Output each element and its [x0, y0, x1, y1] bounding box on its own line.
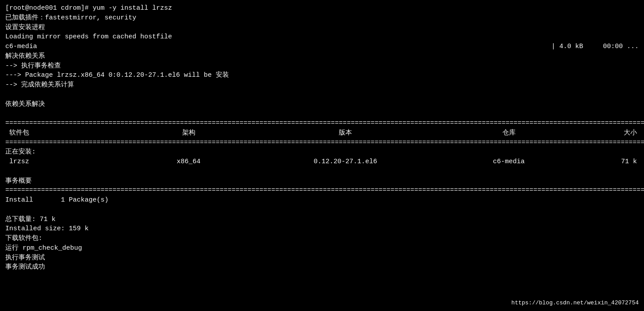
terminal: [root@node001 cdrom]# yum -y install lrz…: [0, 0, 644, 311]
plugins-line: 已加载插件：fastestmirror, security: [5, 13, 639, 23]
empty1: [5, 90, 639, 100]
test-trans: 执行事务测试: [5, 253, 639, 263]
col-size: 大小: [602, 128, 637, 138]
col-arch: 架构: [140, 128, 237, 138]
pkg-row: lrzsz x86_64 0.12.20-27.1.el6 c6-media 7…: [5, 157, 639, 167]
pkg-name: lrzsz: [5, 157, 102, 167]
summary-label: 事务概要: [5, 176, 639, 186]
pkg-arch: x86_64: [140, 157, 237, 167]
total-download: 总下载量: 71 k: [5, 215, 639, 225]
test-success: 事务测试成功: [5, 262, 639, 272]
empty4: [5, 205, 639, 215]
empty2: [5, 109, 639, 119]
installed-size: Installed size: 159 k: [5, 224, 639, 234]
loading-line: Loading mirror speeds from cached hostfi…: [5, 32, 639, 42]
col-package: 软件包: [5, 128, 102, 138]
col-repo: 仓库: [454, 128, 564, 138]
pkg-version: 0.12.20-27.1.el6: [275, 157, 416, 167]
c6media-label: c6-media: [5, 42, 37, 52]
empty3: [5, 167, 639, 176]
check-line: --> 执行事务检查: [5, 61, 639, 71]
depresolved-line: 依赖关系解决: [5, 100, 639, 109]
c6media-right: | 4.0 kB 00:00 ...: [551, 42, 639, 52]
resolve-line: 解决依赖关系: [5, 52, 639, 61]
watermark: https://blog.csdn.net/weixin_42072754: [511, 299, 639, 307]
table-header: 软件包 架构 版本 仓库 大小: [5, 128, 639, 138]
col-version: 版本: [275, 128, 416, 138]
installing-label: 正在安装:: [5, 147, 639, 157]
separator2: ========================================…: [5, 138, 639, 148]
separator3: ========================================…: [5, 186, 639, 195]
complete-line: --> 完成依赖关系计算: [5, 80, 639, 90]
pkg-size: 71 k: [602, 157, 637, 167]
c6media-line: c6-media | 4.0 kB 00:00 ...: [5, 42, 639, 52]
rpm-check: 运行 rpm_check_debug: [5, 244, 639, 253]
install-line: Install 1 Package(s): [5, 195, 639, 205]
command-line: [root@node001 cdrom]# yum -y install lrz…: [5, 4, 639, 13]
setup-line: 设置安装进程: [5, 23, 639, 33]
pkg-repo: c6-media: [454, 157, 564, 167]
separator1: ========================================…: [5, 119, 639, 128]
downloading-label: 下载软件包:: [5, 234, 639, 244]
package-line: ---> Package lrzsz.x86_64 0:0.12.20-27.1…: [5, 71, 639, 80]
